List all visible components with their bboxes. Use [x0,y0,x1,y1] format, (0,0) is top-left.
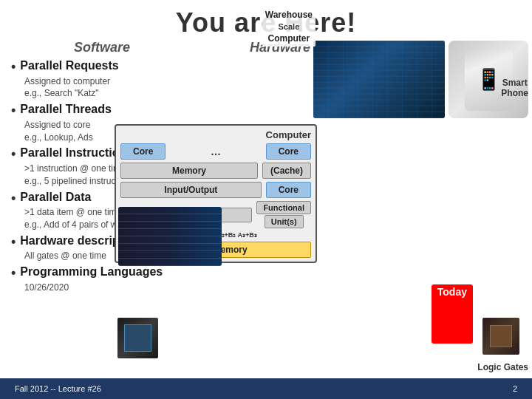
bullet-heading-4: Parallel Data [20,191,91,204]
bullet-sub-1a: Assigned to computer [24,75,222,88]
gate-chip-visual [482,318,519,355]
core-left: Core [120,143,166,160]
memory-label: Memory [120,163,258,179]
bullet-heading-2: Parallel Threads [20,103,112,116]
server-image-inner [118,207,222,266]
warehouse-line1: Warehouse [265,9,313,21]
bottom-left-text: Fall 2012 -- Lecture #26 [15,384,101,393]
warehouse-text: Warehouse Scale Computer [262,7,316,47]
diagram-io-row: Input/Output Core [120,182,311,198]
computer-label: Computer [120,129,311,140]
phone-label-line1: Smart [501,78,528,88]
bullet-dot-3: • [11,146,16,163]
ellipsis: … [211,146,221,157]
warehouse-image [313,41,445,118]
diagram-memory-row: Memory (Cache) [120,163,311,179]
bullet-dot-2: • [11,103,16,119]
bullet-dot-4: • [11,191,16,207]
bullet-dot-1: • [11,59,16,75]
today-badge: Today [432,284,473,344]
ic-chip-visual [117,318,158,358]
phone-label: Smart Phone [501,78,528,98]
warehouse-image-inner [313,41,445,118]
diagram-core-row: Core … Core [120,143,311,160]
slide: You are Here! Software Hardware • Parall… [0,0,532,399]
bottom-bar: Fall 2012 -- Lecture #26 2 [0,378,532,399]
phone-label-line2: Phone [501,88,528,98]
bullet-heading-1: Parallel Requests [20,59,118,72]
server-image [118,207,222,266]
bullet-dot-5: • [11,234,16,250]
bullet-sub-6a: 10/26/2020 [24,282,222,294]
gate-chip-inner [490,325,512,347]
bullet-heading-6: Programming Languages [20,265,163,279]
logic-gates-label: Logic Gates [477,362,528,372]
io-label: Input/Output [120,182,262,198]
warehouse-line2: Scale [265,21,313,33]
bullet-dot-6: • [11,265,16,282]
warehouse-line3: Computer [265,33,313,45]
bullet-parallel-requests: • Parallel Requests Assigned to computer… [11,59,222,100]
bottom-right-text: 2 [513,384,517,393]
cache-label: (Cache) [262,163,311,179]
ic-chip-image [117,318,162,362]
software-label: Software [74,40,130,55]
functional-bottom: Unit(s) [265,215,304,228]
gate-chip-image [482,318,523,358]
core-io-right: Core [266,182,311,198]
bullet-sub-1b: e.g., Search "Katz" [24,87,222,100]
core-right: Core [266,143,311,160]
functional-unit: Functional Unit(s) [256,201,311,228]
functional-top: Functional [256,201,311,214]
bullet-prog-lang: • Programming Languages 10/26/2020 [11,265,222,293]
